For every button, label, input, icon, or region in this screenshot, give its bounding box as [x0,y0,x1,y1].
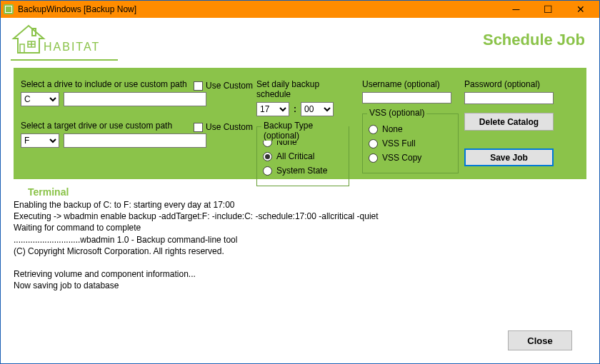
schedule-minute-select[interactable]: 00 [301,102,334,116]
vss-none[interactable]: None [369,124,452,134]
target-path-input[interactable] [64,133,206,148]
radio-icon [263,152,272,161]
radio-icon [369,125,378,134]
checkbox-icon [194,81,203,91]
app-icon [4,4,14,14]
radio-icon [369,139,378,148]
schedule-label: Set daily backup schedule [256,79,349,99]
source-label: Select a drive to include or use custom … [21,79,187,89]
username-label: Username (optional) [362,79,459,89]
brand-underline [11,59,118,61]
titlebar[interactable]: BackupWindows [Backup Now] ─ ☐ ✕ [1,1,599,18]
svg-marker-0 [14,26,44,53]
password-input[interactable] [464,92,554,104]
backup-type-systemstate[interactable]: System State [263,166,343,176]
username-input[interactable] [362,92,451,103]
target-use-custom[interactable]: Use Custom [194,122,253,132]
terminal-output: Enabling the backup of C: to F: starting… [14,199,586,292]
delete-catalog-button[interactable]: Delete Catalog [464,113,554,130]
backup-type-allcritical[interactable]: All Critical [263,151,343,161]
close-window-button[interactable]: ✕ [564,1,596,18]
source-use-custom[interactable]: Use Custom [194,81,253,91]
schedule-hour-select[interactable]: 17 [256,102,289,116]
page-title: Schedule Job [483,31,585,49]
vss-fieldset: VSS (optional) None VSS Full VSS Copy [362,113,459,173]
window-controls: ─ ☐ ✕ [500,1,596,18]
backup-type-fieldset: Backup Type (optional) None All Critical… [256,126,349,186]
checkbox-icon [194,123,203,132]
source-drive-select[interactable]: C [21,92,59,106]
vss-copy[interactable]: VSS Copy [369,153,452,163]
svg-rect-1 [20,44,24,53]
radio-icon [369,153,378,163]
vss-legend: VSS (optional) [367,108,426,118]
vss-full[interactable]: VSS Full [369,138,452,148]
target-drive-select[interactable]: F [21,133,59,148]
target-label: Select a target drive or use custom path [21,121,172,131]
house-icon [11,24,46,56]
close-button[interactable]: Close [508,330,572,350]
save-job-button[interactable]: Save Job [464,148,554,166]
window-title: BackupWindows [Backup Now] [18,4,136,14]
password-label: Password (optional) [464,79,575,89]
backup-type-legend: Backup Type (optional) [261,121,349,141]
app-window: BackupWindows [Backup Now] ─ ☐ ✕ HABITAT… [0,0,600,364]
minimize-button[interactable]: ─ [500,1,532,18]
settings-panel: Select a drive to include or use custom … [14,68,586,179]
terminal-label: Terminal [28,186,599,198]
maximize-button[interactable]: ☐ [532,1,564,18]
header: HABITAT Schedule Job [1,18,599,62]
source-path-input[interactable] [64,92,206,106]
time-colon: : [294,104,296,114]
radio-icon [263,166,272,176]
brand-text: HABITAT [44,41,100,54]
logo: HABITAT [11,24,100,56]
